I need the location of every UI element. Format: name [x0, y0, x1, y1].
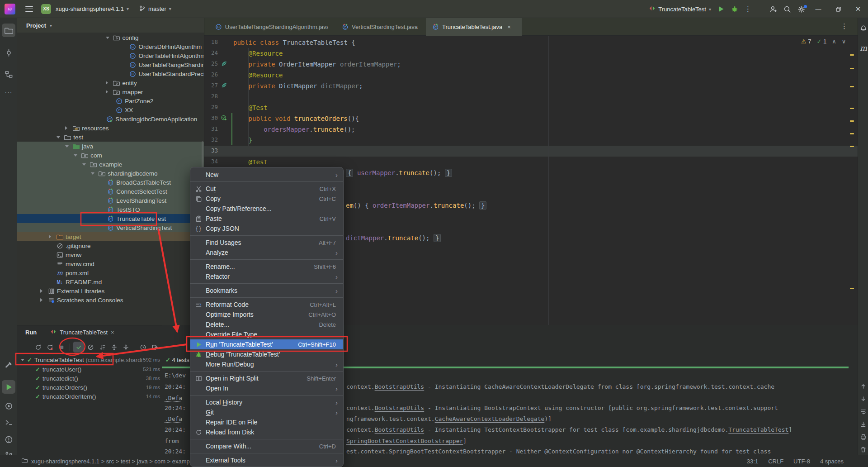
tree-item-pom-xml[interactable]: mpom.xml: [17, 268, 204, 277]
maven-tool-stub[interactable]: m: [860, 43, 867, 52]
menu-item-bookmarks[interactable]: Bookmarks›: [190, 286, 343, 295]
test-result-truncateuser-[interactable]: ✓ truncateUser(): [17, 365, 162, 374]
file-encoding[interactable]: UTF-8: [793, 458, 810, 465]
tree-item-readme-md[interactable]: M↓README.md: [17, 277, 204, 286]
close-tab-icon[interactable]: ×: [507, 24, 511, 30]
warning-stripe-mark[interactable]: [850, 288, 854, 289]
more-actions-icon[interactable]: ⋮: [741, 2, 755, 16]
code-line-18[interactable]: public class TruncateTableTest {: [233, 37, 355, 48]
tree-item-usertablestandardprecisealgorithm[interactable]: CUserTableStandardPreciseAlgorithm: [17, 69, 204, 78]
code-line-25[interactable]: private OrderItemMapper orderItemMapper;: [249, 59, 401, 70]
soft-wrap-icon[interactable]: [857, 405, 868, 417]
chevron-right-icon[interactable]: [106, 81, 108, 85]
menu-item-refactor[interactable]: Refactor›: [190, 272, 343, 281]
scroll-down-icon[interactable]: [857, 393, 868, 405]
tree-item-ordertablehintalgorithm[interactable]: COrderTableHintAlgorithm: [17, 51, 204, 60]
search-everywhere-icon[interactable]: [780, 2, 794, 16]
tree-item-example[interactable]: example: [17, 160, 204, 169]
tree-item-broadcasttabletest[interactable]: CBroadCastTableTest: [17, 178, 204, 187]
tab-options-icon[interactable]: ⋮: [841, 22, 848, 30]
menu-item-cut[interactable]: CutCtrl+X: [190, 184, 343, 194]
chevron-right-icon[interactable]: [106, 90, 108, 94]
menu-item-optimize-imports[interactable]: Optimize ImportsCtrl+Alt+O: [190, 310, 343, 319]
run-configuration-selector[interactable]: TruncateTableTest ▾: [646, 2, 714, 16]
project-selector[interactable]: xugu-shardingsphere4.1.1 ▾: [56, 5, 129, 12]
run-toolbar-history[interactable]: [137, 342, 148, 353]
code-line-29[interactable]: @Test: [249, 102, 268, 113]
settings-gear-icon[interactable]: [794, 2, 808, 16]
chevron-right-icon[interactable]: [40, 289, 42, 293]
gutter-test-pass[interactable]: [221, 114, 227, 123]
stripe-structure[interactable]: [2, 67, 15, 81]
warning-stripe-mark[interactable]: [850, 86, 854, 87]
chevron-down-icon[interactable]: [106, 37, 109, 39]
chevron-down-icon[interactable]: [74, 154, 77, 157]
menu-item-find-usages[interactable]: Find UsagesAlt+F7: [190, 238, 343, 248]
menu-item-compare-with-[interactable]: Compare With...Ctrl+D: [190, 441, 343, 451]
scroll-up-icon[interactable]: [857, 380, 868, 392]
chevron-down-icon[interactable]: [57, 136, 60, 138]
run-toolbar-sort[interactable]: [97, 342, 108, 353]
run-tab[interactable]: TruncateTableTest ×: [50, 329, 114, 336]
stripe-more[interactable]: ···: [2, 86, 15, 99]
menu-item-open-in-right-split[interactable]: Open in Right SplitShift+Enter: [190, 373, 343, 383]
tree-item-connectselecttest[interactable]: CConnectSelectTest: [17, 187, 204, 196]
code-line-34[interactable]: @Test: [249, 157, 268, 167]
tree-item-usertablerangeshardingalgorithm[interactable]: CUserTableRangeShardingAlgorithm: [17, 60, 204, 69]
menu-item-new[interactable]: New›: [190, 170, 343, 180]
menu-item-copy-path-reference-[interactable]: Copy Path/Reference...: [190, 204, 343, 214]
run-toolbar-show-ignored[interactable]: [85, 342, 96, 353]
project-panel-header[interactable]: Project ▾: [17, 18, 204, 33]
branch-selector[interactable]: master ▾: [139, 5, 171, 13]
warning-stripe-mark[interactable]: [850, 146, 854, 147]
menu-item-debug-truncatetabletest-[interactable]: Debug 'TruncateTableTest': [190, 349, 343, 359]
code-line-30[interactable]: public void truncateOrders(){: [249, 113, 359, 124]
tree-item-target[interactable]: target: [17, 232, 204, 241]
chevron-down-icon[interactable]: [82, 163, 86, 166]
code-line-24[interactable]: @Resource: [249, 48, 283, 59]
stripe-build[interactable]: [2, 358, 15, 372]
menu-item-reformat-code[interactable]: Reformat CodeCtrl+Alt+L: [190, 300, 343, 310]
folded-code-line[interactable]: { userMapper.truncate(); }: [346, 167, 452, 178]
warning-stripe-mark[interactable]: [850, 133, 854, 134]
run-button[interactable]: [714, 2, 728, 16]
tree-item-com[interactable]: com: [17, 151, 204, 160]
run-toolbar-collapse-all[interactable]: [120, 342, 131, 353]
tree-item-resources[interactable]: resources: [17, 124, 204, 133]
chevron-right-icon[interactable]: [49, 235, 51, 238]
tree-item-shardingjdbcdemoapplication[interactable]: CShardingjdbcDemoApplication: [17, 114, 204, 124]
main-menu-icon[interactable]: [25, 6, 33, 12]
stripe-project-folder[interactable]: [2, 24, 15, 37]
tree-item-verticalshardingtest[interactable]: CVerticalShardingTest: [17, 223, 204, 232]
menu-item-delete-[interactable]: Delete...Delete: [190, 319, 343, 329]
caret-position[interactable]: 33:1: [747, 458, 758, 465]
run-toolbar-rerun[interactable]: [33, 342, 43, 353]
folded-code-line[interactable]: em() { orderItemMapper.truncate(); }: [346, 200, 486, 211]
tree-item-mvnw[interactable]: mvnw: [17, 250, 204, 259]
stripe-commit[interactable]: [2, 46, 15, 59]
code-line-27[interactable]: private DictMapper dictMapper;: [249, 81, 363, 91]
menu-item-override-file-type[interactable]: Override File Type: [190, 329, 343, 339]
close-icon[interactable]: ×: [111, 329, 114, 336]
tree-item-java[interactable]: java: [17, 142, 204, 151]
run-toolbar-rerun-failed[interactable]: [44, 342, 55, 353]
tree-item--gitignore[interactable]: .gitignore: [17, 241, 204, 250]
menu-item-open-in[interactable]: Open In›: [190, 383, 343, 393]
indent-style[interactable]: 4 spaces: [820, 458, 844, 465]
menu-item-copy[interactable]: CopyCtrl+C: [190, 194, 343, 204]
menu-item-copy-json[interactable]: { }Copy JSON: [190, 224, 343, 234]
tree-item-shardingjdbcdemo[interactable]: shardingjdbcdemo: [17, 169, 204, 178]
close-button[interactable]: ✕: [848, 0, 868, 18]
chevron-down-icon[interactable]: [65, 145, 69, 148]
stripe-problems[interactable]: [2, 433, 15, 446]
run-toolbar-show-passed[interactable]: [73, 342, 84, 353]
menu-item-analyze[interactable]: Analyze›: [190, 248, 343, 257]
editor-tab-usertablerangeshardingalgorithm-java[interactable]: CUserTableRangeShardingAlgorithm.java: [209, 18, 335, 36]
menu-item-local-history[interactable]: Local History›: [190, 397, 343, 407]
run-toolbar-expand-all[interactable]: [108, 342, 119, 353]
code-with-me-icon[interactable]: [766, 2, 780, 16]
stripe-run[interactable]: [2, 380, 15, 394]
tree-item-ordersdbhintalgorithm[interactable]: COrdersDbHintAlgorithm: [17, 42, 204, 51]
chevron-right-icon[interactable]: [40, 298, 42, 302]
test-result-truncatedict-[interactable]: ✓ truncatedict(): [17, 374, 162, 383]
